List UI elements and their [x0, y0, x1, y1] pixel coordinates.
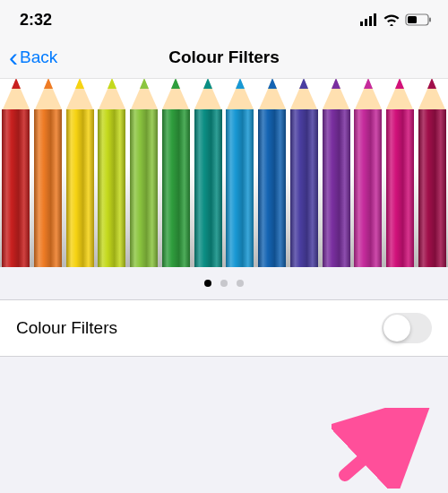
back-label: Back	[20, 48, 57, 67]
pencil	[32, 79, 65, 267]
page-title: Colour Filters	[168, 48, 280, 67]
back-button[interactable]: ‹ Back	[0, 44, 57, 71]
pencil	[64, 79, 96, 267]
pencil	[320, 79, 352, 267]
status-bar: 2:32	[0, 0, 448, 36]
pencil	[352, 79, 384, 267]
pointer-arrow-icon	[332, 408, 430, 489]
pencil	[128, 79, 160, 267]
wifi-icon	[383, 13, 401, 26]
status-icons	[360, 13, 432, 26]
svg-rect-6	[429, 18, 431, 22]
page-dot[interactable]	[204, 280, 211, 287]
pencil	[160, 79, 193, 267]
pencil-preview[interactable]	[0, 79, 448, 267]
cellular-icon	[360, 13, 378, 26]
nav-bar: ‹ Back Colour Filters	[0, 36, 448, 79]
battery-icon	[405, 13, 432, 26]
pencil	[224, 79, 256, 267]
pencil	[0, 79, 32, 267]
pencil	[288, 79, 320, 267]
svg-rect-0	[360, 22, 363, 26]
colour-filters-row: Colour Filters	[0, 299, 448, 357]
svg-rect-5	[408, 16, 417, 23]
pencil	[256, 79, 289, 267]
colour-filters-toggle[interactable]	[382, 313, 432, 343]
pencil	[416, 79, 448, 267]
svg-rect-1	[365, 19, 367, 26]
pencil	[192, 79, 224, 267]
page-dot[interactable]	[220, 280, 228, 287]
chevron-left-icon: ‹	[9, 44, 18, 71]
pencil	[96, 79, 128, 267]
svg-rect-2	[369, 16, 372, 26]
status-time: 2:32	[20, 11, 52, 30]
page-dot[interactable]	[237, 280, 244, 287]
setting-label: Colour Filters	[16, 318, 117, 338]
svg-rect-3	[374, 13, 376, 26]
page-indicator[interactable]	[0, 267, 448, 299]
pencil	[384, 79, 417, 267]
toggle-knob	[383, 315, 410, 342]
